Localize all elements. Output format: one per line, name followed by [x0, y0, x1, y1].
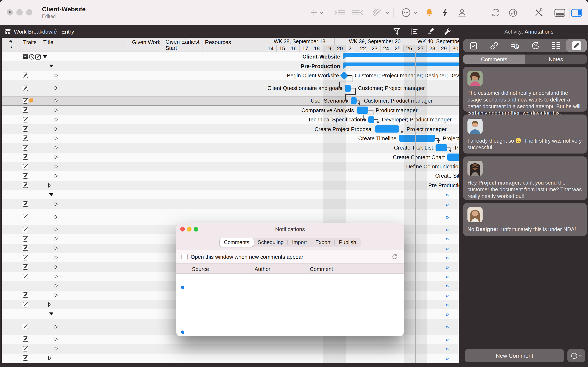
task-row-7[interactable]: Create Project ProposalProject manager [2, 124, 459, 134]
task-row-14[interactable]: » [2, 190, 459, 200]
pencil-trait-icon[interactable] [23, 126, 28, 132]
column-num[interactable]: # [9, 39, 12, 45]
gantt-task-bar[interactable] [350, 97, 356, 104]
comment-more-button[interactable] [567, 349, 585, 362]
gantt-continues-right-icon[interactable]: » [446, 323, 448, 330]
disclosure-open-icon[interactable] [49, 65, 53, 67]
task-row-15[interactable]: » [2, 200, 459, 209]
row-gantt-cell[interactable]: Create Project ProposalProject manager [265, 124, 459, 134]
column-given-earliest-start[interactable]: Given Earliest Start [163, 38, 202, 52]
close-button[interactable] [7, 9, 13, 16]
costs-money-icon[interactable]: $ [504, 39, 525, 52]
pencil-trait-icon[interactable] [23, 108, 28, 113]
gantt-task-bar[interactable] [356, 107, 368, 114]
dialog-zoom-button[interactable] [194, 227, 198, 232]
gantt-continues-right-icon[interactable]: » [446, 254, 448, 261]
right-panel-icon[interactable] [571, 6, 582, 19]
style-brush-icon[interactable] [427, 26, 434, 36]
pencil-trait-icon[interactable] [23, 173, 28, 179]
gantt-continues-right-icon[interactable]: » [446, 214, 448, 220]
row-gantt-cell[interactable]: Create Task ListProject manager [265, 143, 459, 152]
percent-gauge-icon[interactable]: % [525, 39, 545, 52]
row-gantt-cell[interactable]: » [265, 335, 459, 344]
row-title-cell[interactable] [41, 52, 129, 61]
pencil-trait-icon[interactable] [23, 264, 28, 270]
row-title-cell[interactable] [41, 353, 134, 363]
gantt-continues-right-icon[interactable]: » [446, 235, 448, 242]
task-row-12[interactable]: Create Site Map [2, 171, 459, 181]
disclosure-open-icon[interactable] [49, 193, 53, 196]
pencil-trait-icon[interactable] [23, 201, 28, 207]
dialog-tab-scheduling[interactable]: Scheduling [253, 238, 288, 247]
pencil-trait-icon[interactable] [23, 255, 28, 260]
dialog-tab-comments[interactable]: Comments [220, 238, 253, 247]
disclosure-closed-icon[interactable] [54, 293, 58, 298]
row-gantt-cell[interactable]: Client Questionnaire and goalsCustomer; … [265, 80, 459, 96]
row-title-cell[interactable] [41, 190, 135, 200]
pencil-trait-icon[interactable] [23, 274, 28, 279]
row-title-cell[interactable] [41, 243, 140, 253]
pencil-trait-icon[interactable] [23, 164, 28, 169]
pencil-trait-icon[interactable] [23, 214, 28, 220]
box-trait-icon[interactable] [23, 54, 28, 59]
gantt-task-bar[interactable] [436, 144, 447, 151]
pencil-trait-icon[interactable] [23, 98, 28, 104]
row-gantt-cell[interactable]: Client-Website [265, 52, 459, 61]
task-row-8[interactable]: Create TimelineProject manager [2, 133, 459, 143]
row-title-cell[interactable] [41, 171, 140, 181]
gantt-continues-right-icon[interactable]: » [446, 192, 448, 198]
add-chevron-icon[interactable] [319, 6, 323, 19]
row-title-cell[interactable] [41, 234, 140, 244]
gantt-continues-right-icon[interactable]: » [446, 336, 448, 343]
row-title-cell[interactable] [41, 335, 140, 344]
disclosure-closed-icon[interactable] [54, 98, 58, 103]
comment-card[interactable]: Hey Project manager, can't you send the … [463, 157, 587, 200]
gantt-task-bar[interactable] [375, 125, 399, 133]
row-title-cell[interactable] [41, 133, 140, 143]
dialog-tab-import[interactable]: Import [288, 238, 311, 247]
disclosure-closed-icon[interactable] [54, 255, 58, 260]
column-title[interactable]: Title [41, 38, 128, 52]
dialog-close-button[interactable] [180, 227, 185, 232]
gantt-task-bar[interactable] [368, 116, 374, 123]
pencil-trait-icon[interactable] [23, 136, 28, 141]
task-row-5[interactable]: Comparative AnalysisProduct manager [2, 106, 459, 115]
row-title-cell[interactable] [41, 96, 140, 106]
dialog-column-source[interactable]: Source [189, 264, 251, 274]
disclosure-closed-icon[interactable] [54, 117, 58, 122]
row-gantt-cell[interactable]: Define Communications [265, 162, 459, 171]
gantt-task-bar[interactable] [399, 135, 435, 142]
row-gantt-cell[interactable]: Create TimelineProject manager [265, 133, 459, 143]
row-gantt-cell[interactable]: » [265, 353, 459, 363]
attach-icon[interactable] [373, 6, 381, 19]
sync-icon[interactable] [491, 6, 500, 19]
gantt-continues-right-icon[interactable]: » [446, 283, 448, 289]
sidebar-tab-notes[interactable]: Notes [525, 55, 587, 64]
attach-chevron-icon[interactable] [386, 6, 390, 19]
dialog-tab-publish[interactable]: Publish [335, 238, 360, 247]
task-row-10[interactable]: Create Content Chart [2, 152, 459, 162]
row-title-cell[interactable] [41, 209, 140, 225]
task-row-29[interactable]: » [2, 344, 459, 353]
row-title-cell[interactable] [41, 106, 140, 115]
row-title-cell[interactable] [41, 253, 140, 262]
disclosure-closed-icon[interactable] [54, 73, 58, 78]
row-gantt-cell[interactable]: User ScenariosCustomer; Product manager [265, 96, 459, 106]
row-title-cell[interactable] [41, 272, 140, 281]
annotations-pencil-icon[interactable] [566, 39, 587, 52]
disclosure-closed-icon[interactable] [54, 164, 58, 169]
link-icon[interactable] [484, 39, 504, 52]
disclosure-closed-icon[interactable] [54, 86, 58, 91]
disclosure-closed-icon[interactable] [54, 324, 58, 329]
actions-bolt-icon[interactable] [442, 6, 448, 19]
disclosure-closed-icon[interactable] [54, 174, 58, 178]
zoom-button[interactable] [26, 9, 32, 16]
task-row-9[interactable]: Create Task ListProject manager [2, 143, 459, 152]
disclosure-closed-icon[interactable] [54, 236, 58, 241]
dialog-column-author[interactable]: Author [251, 264, 307, 274]
pencil-trait-icon[interactable] [23, 246, 28, 251]
outline-bars-icon[interactable] [411, 26, 418, 36]
row-gantt-cell[interactable]: Technical SpecificationsDeveloper; Produ… [265, 115, 459, 124]
task-row-2[interactable]: Begin Client WorksiteCustomer; Project m… [2, 71, 459, 80]
row-title-cell[interactable] [41, 71, 140, 80]
